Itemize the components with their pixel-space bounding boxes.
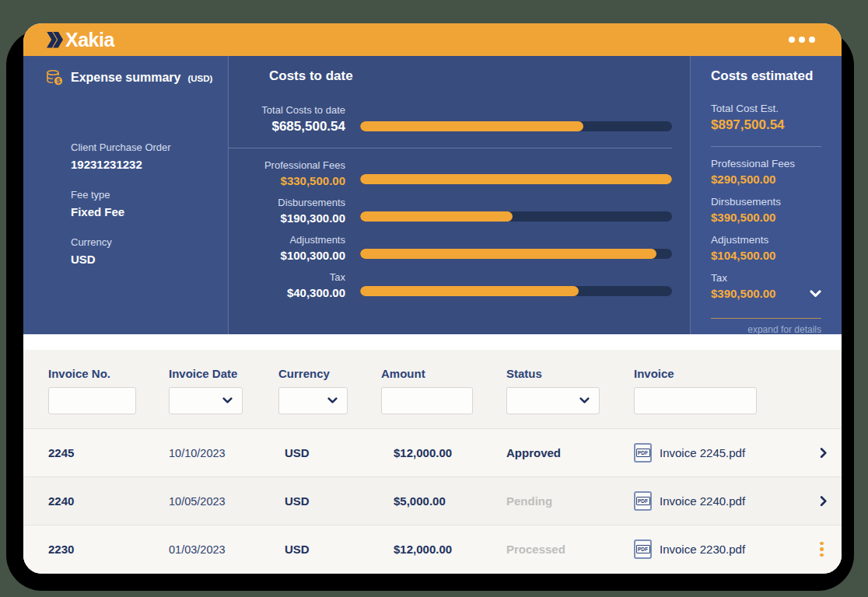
total-costs-value: $685,500.54	[229, 119, 345, 134]
filter-spacer	[817, 380, 831, 414]
progress-bar	[360, 286, 672, 296]
chevron-right-icon[interactable]	[817, 448, 831, 458]
table-row[interactable]: 224510/10/2023USD$12,000.00ApprovedPDFIn…	[23, 428, 842, 477]
column-header-label: Amount	[381, 367, 506, 380]
costs-to-date-section: Costs to date Total Costs to date $685,5…	[228, 56, 691, 335]
progress-fill	[360, 211, 513, 222]
summary-currency-tag: (USD)	[187, 74, 212, 83]
app-window: Xakia $ Expense summary (USD) Client Pur…	[23, 23, 842, 574]
panel-table-gap	[23, 334, 842, 350]
table-row[interactable]: 223001/03/2023USD$12,000.00ProcessedPDFI…	[23, 525, 842, 573]
estimated-label: Adjustments	[711, 234, 821, 246]
header-spacer	[817, 367, 831, 380]
kebab-menu-icon[interactable]	[817, 539, 827, 560]
column-header-label: Currency	[278, 367, 381, 380]
cell-currency: USD	[278, 446, 381, 459]
table-rows: 224510/10/2023USD$12,000.00ApprovedPDFIn…	[23, 428, 842, 574]
filter-invoice_date-select[interactable]	[169, 387, 243, 414]
estimated-value: $104,500.00	[711, 249, 775, 262]
pdf-icon-label: PDF	[636, 545, 650, 553]
column-header-currency: Currency	[278, 367, 381, 380]
filter-invoice-input[interactable]	[634, 387, 757, 414]
filter-cell-currency	[278, 380, 381, 414]
total-progress-fill	[360, 121, 583, 131]
summary-field: Client Purchase Order19231231232	[71, 141, 228, 171]
column-header-invoice: Invoice	[634, 367, 817, 380]
invoice-file-link[interactable]: PDFInvoice 2240.pdf	[634, 491, 817, 511]
cost-category-value: $330,500.00	[229, 174, 345, 187]
filter-cell-status	[506, 380, 634, 414]
costs-to-date-title: Costs to date	[229, 68, 672, 84]
total-estimate-block: Total Cost Est. $897,500.54	[711, 103, 821, 133]
progress-fill	[360, 174, 672, 184]
cost-bar-labels: Disbursements$190,300.00	[229, 197, 345, 225]
cell-invoice-date: 10/05/2023	[169, 495, 278, 508]
column-header-label: Invoice No.	[48, 367, 169, 380]
summary-field-label: Currency	[71, 236, 228, 248]
column-header-label: Invoice Date	[169, 367, 278, 380]
app-header: Xakia	[23, 23, 842, 56]
cell-amount: $5,000.00	[381, 494, 506, 508]
cell-amount: $12,000.00	[381, 543, 506, 556]
invoice-file-name: Invoice 2230.pdf	[660, 543, 745, 556]
progress-bar	[360, 211, 672, 222]
summary-section: $ Expense summary (USD) Client Purchase …	[23, 56, 228, 335]
costs-estimated-title: Costs estimated	[711, 68, 821, 84]
invoice-file-link[interactable]: PDFInvoice 2230.pdf	[634, 539, 817, 559]
column-header-status: Status	[506, 367, 634, 380]
column-header-label: Invoice	[634, 367, 817, 380]
table-row[interactable]: 224010/05/2023USD$5,000.00PendingPDFInvo…	[23, 477, 842, 525]
invoice-file-name: Invoice 2240.pdf	[660, 494, 745, 508]
invoice-table: Invoice No.Invoice DateCurrencyAmountSta…	[23, 350, 842, 574]
svg-text:$: $	[57, 77, 61, 85]
expand-for-details-link[interactable]: expand for details	[711, 319, 821, 335]
estimated-label: Dirsbusements	[711, 196, 821, 208]
expense-summary-panel: $ Expense summary (USD) Client Purchase …	[23, 56, 842, 334]
estimated-row: Adjustments$104,500.00	[711, 234, 821, 262]
pdf-icon-label: PDF	[636, 497, 650, 505]
cost-category-value: $100,300.00	[229, 249, 345, 262]
chevron-right-icon[interactable]	[817, 496, 831, 506]
pdf-icon: PDF	[634, 539, 652, 559]
estimated-value: $390,500.00	[711, 287, 775, 300]
status-badge: Approved	[506, 446, 634, 459]
estimated-value-wrap: $390,500.00	[711, 287, 821, 300]
cell-amount: $12,000.00	[381, 446, 506, 459]
divider	[229, 148, 672, 148]
filter-invoice_no-input[interactable]	[48, 387, 136, 414]
summary-title: Expense summary	[71, 71, 180, 85]
column-header-invoice_date: Invoice Date	[169, 367, 278, 380]
progress-bar	[360, 249, 672, 259]
total-costs-bar-row: Total Costs to date $685,500.54	[229, 104, 672, 134]
pdf-icon: PDF	[634, 491, 652, 511]
filter-cell-invoice	[634, 380, 817, 414]
pdf-icon-label: PDF	[636, 449, 650, 457]
total-costs-label: Total Costs to date	[229, 104, 345, 116]
estimated-label: Professional Fees	[711, 158, 821, 169]
summary-field-label: Fee type	[71, 189, 228, 201]
filter-status-select[interactable]	[506, 387, 600, 414]
logo-chevrons-icon	[47, 32, 63, 48]
status-badge: Pending	[506, 494, 634, 508]
menu-ellipsis-icon[interactable]	[786, 33, 818, 46]
filter-amount-input[interactable]	[381, 387, 473, 414]
cell-invoice-no: 2230	[48, 543, 169, 556]
cost-category-label: Adjustments	[229, 234, 345, 246]
row-action-cell	[817, 539, 835, 560]
estimated-label: Tax	[711, 272, 821, 284]
cost-bar-row: Adjustments$100,300.00	[229, 234, 672, 262]
invoice-file-link[interactable]: PDFInvoice 2245.pdf	[634, 443, 817, 463]
costs-estimated-section: Costs estimated Total Cost Est. $897,500…	[691, 56, 842, 335]
estimated-value: $390,500.00	[711, 211, 775, 224]
progress-fill	[360, 249, 656, 259]
cell-currency: USD	[278, 543, 381, 556]
estimated-row: Professional Fees$290,500.00	[711, 158, 821, 186]
cost-category-label: Professional Fees	[229, 159, 345, 171]
filter-cell-invoice_date	[169, 380, 278, 414]
chevron-down-icon[interactable]	[810, 290, 821, 298]
summary-field-value: 19231231232	[71, 158, 228, 171]
filter-currency-select[interactable]	[278, 387, 348, 414]
invoice-file-name: Invoice 2245.pdf	[660, 446, 745, 459]
column-header-invoice_no: Invoice No.	[48, 367, 169, 380]
total-progress-bar	[360, 121, 672, 131]
